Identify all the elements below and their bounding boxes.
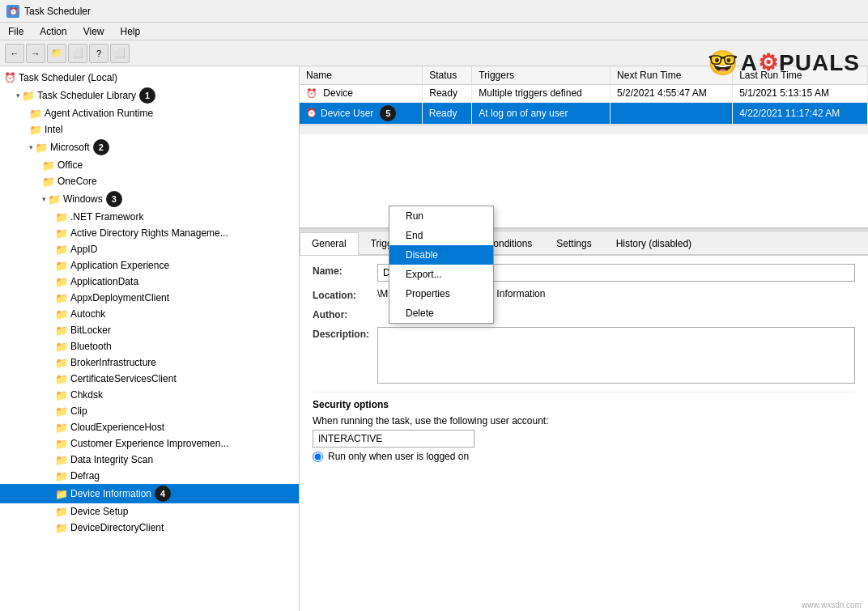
description-box[interactable]: [377, 327, 855, 384]
tree-task-scheduler-library[interactable]: ▾ 📁 Task Scheduler Library 1: [0, 86, 299, 105]
table-row[interactable]: ⏰ Device Ready Multiple triggers defined…: [300, 85, 868, 103]
tab-general[interactable]: General: [300, 232, 359, 255]
left-panel: ⏰ Task Scheduler (Local) ▾ 📁 Task Schedu…: [0, 66, 300, 611]
tree-microsoft-label: Microsoft: [50, 142, 90, 153]
context-run[interactable]: Run: [389, 206, 493, 226]
forward-button[interactable]: →: [26, 44, 45, 63]
menu-file[interactable]: File: [0, 24, 32, 38]
folder-icon: 📁: [42, 159, 55, 172]
tree-agent-activation[interactable]: 📁 Agent Activation Runtime: [0, 105, 299, 121]
context-properties[interactable]: Properties: [389, 284, 493, 303]
tree-device-information[interactable]: 📁 Device Information 4: [0, 484, 299, 503]
tree-cert-label: CertificateServicesClient: [70, 373, 177, 384]
badge-4: 4: [155, 486, 171, 502]
folder-icon: 📁: [55, 437, 68, 450]
context-end[interactable]: End: [389, 226, 493, 245]
title-bar: ⏰ Task Scheduler: [0, 0, 868, 23]
tree-agent-label: Agent Activation Runtime: [45, 108, 153, 119]
tree-dotnet[interactable]: 📁 .NET Framework: [0, 209, 299, 225]
tree-cert[interactable]: 📁 CertificateServicesClient: [0, 371, 299, 387]
folder-icon: 📁: [55, 505, 68, 518]
help-button[interactable]: ?: [89, 44, 108, 63]
tree-active-directory[interactable]: 📁 Active Directory Rights Manageme...: [0, 225, 299, 241]
tree-appdata-label: ApplicationData: [70, 276, 138, 287]
menu-view[interactable]: View: [75, 24, 113, 38]
tree-broker[interactable]: 📁 BrokerInfrastructure: [0, 354, 299, 371]
tree-area[interactable]: ⏰ Task Scheduler (Local) ▾ 📁 Task Schedu…: [0, 66, 299, 611]
tree-windows[interactable]: ▾ 📁 Windows 3: [0, 189, 299, 209]
badge-1: 1: [139, 87, 155, 104]
tree-bitlocker[interactable]: 📁 BitLocker: [0, 322, 299, 338]
tree-cloud[interactable]: 📁 CloudExperienceHost: [0, 419, 299, 435]
tree-clip-label: Clip: [70, 405, 87, 417]
cell-next-run: 5/2/2021 4:55:47 AM: [611, 85, 733, 103]
cell-next-run: [611, 102, 733, 124]
cell-status: Ready: [423, 85, 472, 103]
tree-app-experience[interactable]: 📁 Application Experience: [0, 257, 299, 274]
tree-windows-label: Windows: [63, 193, 103, 205]
folder-icon: 📁: [29, 107, 42, 120]
folder-icon: 📁: [55, 453, 68, 466]
when-running-text: When running the task, use the following…: [313, 415, 549, 426]
main-container: ⏰ Task Scheduler (Local) ▾ 📁 Task Schedu…: [0, 66, 868, 611]
tree-ad-label: Active Directory Rights Manageme...: [70, 227, 228, 239]
context-disable[interactable]: Disable: [389, 245, 493, 265]
tree-data-integrity[interactable]: 📁 Data Integrity Scan: [0, 452, 299, 468]
tree-appid-label: AppID: [70, 244, 97, 255]
back-button[interactable]: ←: [5, 44, 24, 63]
tree-datainteg-label: Data Integrity Scan: [70, 454, 153, 465]
tree-bluetooth[interactable]: 📁 Bluetooth: [0, 338, 299, 354]
logo-icon: 🤓: [708, 49, 738, 77]
tree-defrag[interactable]: 📁 Defrag: [0, 468, 299, 484]
tab-bar: General Triggers Actions Conditions Sett…: [300, 231, 868, 256]
menu-help[interactable]: Help: [113, 24, 149, 38]
tree-autochk[interactable]: 📁 Autochk: [0, 306, 299, 322]
tree-customer-exp[interactable]: 📁 Customer Experience Improvemen...: [0, 435, 299, 452]
folder-icon: 📁: [55, 356, 68, 369]
task-icon: ⏰: [306, 88, 317, 100]
tree-appx[interactable]: 📁 AppxDeploymentClient: [0, 290, 299, 306]
tree-appexp-label: Application Experience: [70, 260, 169, 271]
new-folder-button[interactable]: ⬜: [68, 44, 87, 63]
context-delete[interactable]: Delete: [389, 303, 493, 323]
folder-icon: 📁: [48, 193, 61, 206]
security-section: Security options When running the task, …: [313, 392, 855, 462]
cell-status: Ready: [423, 102, 472, 124]
tree-dotnet-label: .NET Framework: [70, 211, 143, 223]
tree-device-directory[interactable]: 📁 DeviceDirectoryClient: [0, 520, 299, 536]
tree-root[interactable]: ⏰ Task Scheduler (Local): [0, 70, 299, 86]
tree-intel[interactable]: 📁 Intel: [0, 121, 299, 138]
folder-icon: 📁: [55, 227, 68, 240]
task-icon: ⏰: [306, 108, 317, 119]
tree-appid[interactable]: 📁 AppID: [0, 241, 299, 257]
folder-icon: 📁: [29, 123, 42, 136]
menu-action[interactable]: Action: [32, 24, 74, 38]
tree-chkdsk[interactable]: 📁 Chkdsk: [0, 387, 299, 403]
tree-office[interactable]: 📁 Office: [0, 157, 299, 173]
folder-icon: 📁: [55, 308, 68, 320]
radio-logged-on[interactable]: [313, 452, 323, 462]
context-export[interactable]: Export...: [389, 265, 493, 284]
table-row[interactable]: ⏰ Device User 5 Ready At log on of any u…: [300, 102, 868, 124]
cell-last-run: 5/1/2021 5:13:15 AM: [733, 85, 868, 103]
tab-settings[interactable]: Settings: [544, 232, 603, 255]
tree-device-setup[interactable]: 📁 Device Setup: [0, 503, 299, 520]
tree-broker-label: BrokerInfrastructure: [70, 357, 156, 368]
name-label: Name:: [313, 264, 377, 277]
tab-history[interactable]: History (disabled): [604, 232, 704, 255]
cell-triggers: At log on of any user: [472, 102, 611, 124]
folder-icon: 📁: [55, 388, 68, 401]
tree-office-label: Office: [57, 159, 83, 171]
tree-onecore[interactable]: 📁 OneCore: [0, 173, 299, 189]
tree-microsoft[interactable]: ▾ 📁 Microsoft 2: [0, 138, 299, 157]
badge-5: 5: [380, 105, 396, 121]
tree-clip[interactable]: 📁 Clip: [0, 403, 299, 419]
horizontal-scrollbar[interactable]: [300, 125, 868, 134]
tree-root-label: Task Scheduler (Local): [19, 72, 117, 83]
extra-button[interactable]: ⬜: [110, 44, 130, 63]
radio-label: Run only when user is logged on: [328, 451, 469, 462]
details-panel: General Triggers Actions Conditions Sett…: [300, 231, 868, 611]
tree-appdata[interactable]: 📁 ApplicationData: [0, 274, 299, 290]
refresh-button[interactable]: 📁: [47, 44, 66, 63]
tree-library-label: Task Scheduler Library: [37, 90, 136, 101]
